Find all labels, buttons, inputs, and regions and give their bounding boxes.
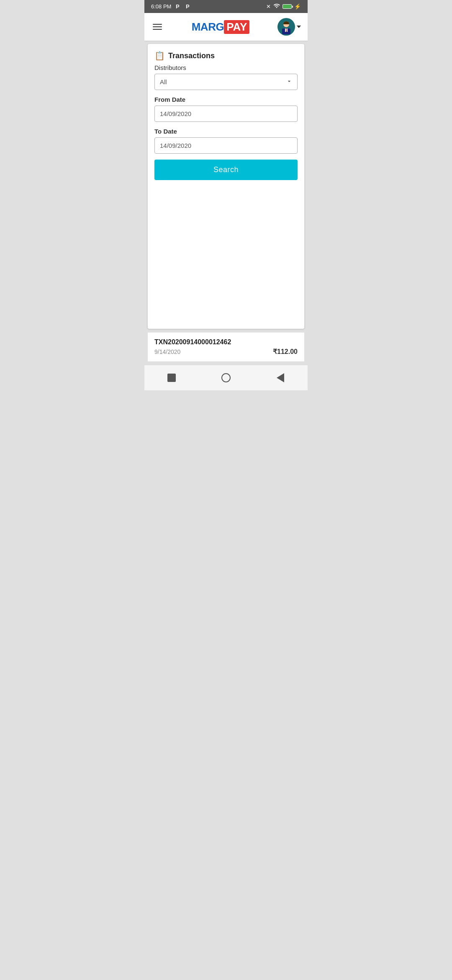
app-icon-1: P <box>174 3 181 10</box>
avatar <box>277 18 295 36</box>
from-date-input[interactable] <box>154 106 298 122</box>
close-icon: ✕ <box>266 3 271 10</box>
document-icon: 📋 <box>154 51 165 61</box>
from-date-label: From Date <box>154 96 298 103</box>
charging-icon: ⚡ <box>294 3 301 10</box>
distributors-label: Distributors <box>154 64 298 71</box>
app-logo: MARG PAY <box>192 20 250 34</box>
main-panel: 📋 Transactions Distributors All From Dat… <box>148 44 304 329</box>
home-button[interactable] <box>218 370 234 385</box>
status-right: ✕ ⚡ <box>266 3 301 10</box>
to-date-label: To Date <box>154 128 298 135</box>
circle-icon <box>221 373 231 382</box>
time-display: 6:08 PM <box>151 3 171 10</box>
status-left: 6:08 PM P P <box>151 3 191 10</box>
search-button[interactable]: Search <box>154 160 298 180</box>
transaction-result[interactable]: TXN20200914000012462 9/14/2020 ₹112.00 <box>148 332 304 361</box>
transaction-date: 9/14/2020 <box>154 348 180 355</box>
transaction-details-row: 9/14/2020 ₹112.00 <box>154 348 298 356</box>
wifi-icon <box>273 3 280 10</box>
chevron-down-icon <box>297 26 301 28</box>
svg-rect-4 <box>286 29 287 32</box>
distributor-select[interactable]: All <box>154 74 298 90</box>
bottom-nav <box>144 365 308 390</box>
to-date-input[interactable] <box>154 137 298 154</box>
hamburger-menu[interactable] <box>151 22 164 31</box>
status-bar: 6:08 PM P P ✕ ⚡ <box>144 0 308 13</box>
logo-marg: MARG <box>192 21 224 34</box>
stop-button[interactable] <box>164 370 179 385</box>
battery-indicator <box>282 4 292 9</box>
user-avatar-wrapper[interactable] <box>277 18 301 36</box>
back-triangle-icon <box>277 373 284 382</box>
transaction-id: TXN20200914000012462 <box>154 338 298 346</box>
app-icon-2: P <box>184 3 191 10</box>
section-title: 📋 Transactions <box>154 51 298 61</box>
logo-pay: PAY <box>224 20 249 34</box>
app-bar: MARG PAY <box>144 13 308 41</box>
square-icon <box>167 374 176 382</box>
transaction-amount: ₹112.00 <box>273 348 298 356</box>
distributor-select-wrapper: All <box>154 74 298 90</box>
back-button[interactable] <box>273 370 288 385</box>
page-title: Transactions <box>168 52 215 60</box>
